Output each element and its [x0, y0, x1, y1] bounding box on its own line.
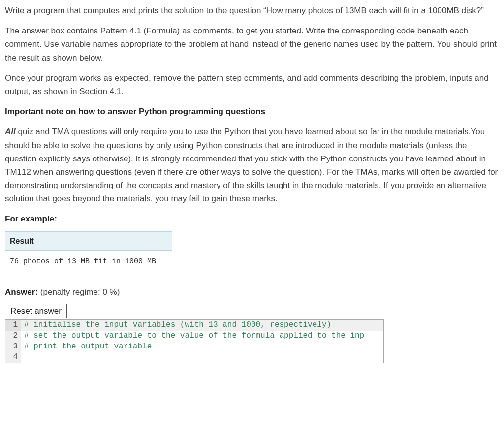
paragraph-intro: Write a program that computes and prints… — [5, 4, 499, 17]
code-row[interactable]: 1 # initialise the input variables (with… — [5, 320, 383, 331]
line-number: 1 — [5, 320, 21, 331]
answer-label: Answer: — [5, 287, 38, 297]
code-row[interactable]: 2 # set the output variable to the value… — [5, 331, 383, 342]
line-number: 2 — [5, 331, 21, 342]
code-row[interactable]: 4 — [5, 352, 383, 363]
paragraph-note-body: All quiz and TMA questions will only req… — [5, 125, 499, 205]
line-number: 3 — [5, 342, 21, 352]
result-output: 76 photos of 13 MB fit in 1000 MB — [5, 251, 172, 271]
result-table: Result 76 photos of 13 MB fit in 1000 MB — [5, 231, 172, 271]
code-editor[interactable]: 1 # initialise the input variables (with… — [5, 319, 384, 363]
note-heading: Important note on how to answer Python p… — [5, 105, 499, 118]
code-row[interactable]: 3 # print the output variable — [5, 342, 383, 352]
result-header: Result — [5, 231, 172, 251]
code-line[interactable] — [21, 352, 383, 363]
answer-line: Answer: (penalty regime: 0 %) — [5, 285, 499, 299]
code-line[interactable]: # print the output variable — [21, 342, 383, 352]
code-line[interactable]: # set the output variable to the value o… — [21, 331, 383, 342]
note-rest: quiz and TMA questions will only require… — [5, 127, 498, 203]
note-emphasis: All — [5, 127, 16, 136]
for-example-label: For example: — [5, 212, 499, 225]
line-number: 4 — [5, 352, 21, 363]
penalty-text: (penalty regime: 0 %) — [40, 287, 120, 297]
paragraph-instructions-1: The answer box contains Pattern 4.1 (For… — [5, 24, 499, 64]
paragraph-instructions-2: Once your program works as expected, rem… — [5, 71, 499, 98]
code-line[interactable]: # initialise the input variables (with 1… — [21, 320, 383, 331]
reset-answer-button[interactable]: Reset answer — [5, 304, 67, 318]
